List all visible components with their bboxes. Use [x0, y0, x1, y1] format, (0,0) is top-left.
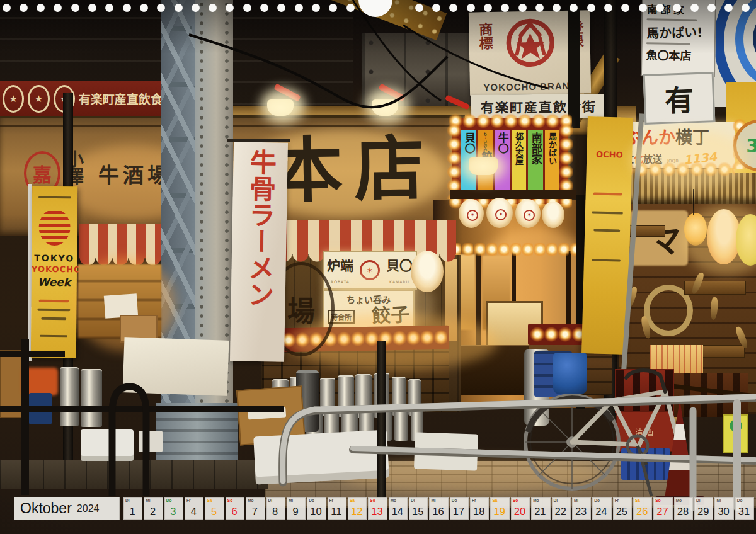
- year-number: 2024: [77, 503, 100, 514]
- calendar-day-31: Do31: [735, 497, 754, 520]
- binding-hole: [346, 4, 355, 12]
- calendar-day-11: Fr11: [328, 497, 346, 520]
- binding-hole: [20, 4, 28, 12]
- binding-hole: [639, 4, 647, 12]
- overhead-cables: [189, 0, 548, 107]
- binding-hole: [604, 4, 612, 12]
- calendar-day-25: Fr25: [613, 497, 632, 520]
- binding-hole: [192, 4, 200, 12]
- calendar-day-27: So27: [653, 497, 672, 520]
- calendar-page: 嘉 小澤 牛酒場 本店 ★ ★ ★ 有楽町産直飲食街 南部家 馬かばい! 魚〇本…: [0, 0, 756, 534]
- guardrail: [283, 397, 755, 508]
- calendar-day-14: Mo14: [389, 497, 408, 520]
- month-label: Oktober 2024: [14, 497, 120, 520]
- binding-hole: [209, 4, 217, 12]
- calendar-day-15: Di15: [409, 497, 428, 520]
- binding-hole: [175, 4, 183, 12]
- black-railing: [0, 343, 280, 492]
- binding-hole: [312, 4, 320, 12]
- calendar-day-7: Mo7: [246, 497, 265, 520]
- calendar-day-24: Do24: [592, 497, 611, 520]
- binding-hole: [37, 4, 45, 12]
- binding-hole: [432, 4, 440, 12]
- calendar-day-1: Di1: [123, 497, 142, 520]
- binding-hole: [140, 4, 148, 12]
- binding-hole: [295, 4, 303, 12]
- binding-hole: [518, 4, 527, 12]
- calendar-day-17: Do17: [450, 497, 469, 520]
- binding-hole: [71, 4, 79, 12]
- binding-hole: [415, 4, 423, 12]
- calendar-day-23: Mi23: [572, 497, 591, 520]
- calendar-day-16: Mi16: [429, 497, 448, 520]
- calendar-day-5: Sa5: [205, 497, 224, 520]
- calendar-day-2: Mi2: [144, 497, 163, 520]
- calendar-day-13: So13: [368, 497, 387, 520]
- binding-hole: [243, 4, 251, 12]
- calendar-day-26: Sa26: [633, 497, 652, 520]
- calendar-day-10: Do10: [307, 497, 326, 520]
- calendar-day-20: So20: [511, 497, 530, 520]
- binding-hole: [88, 4, 96, 12]
- binding-hole: [724, 4, 733, 12]
- binding-hole: [484, 4, 492, 12]
- binding-hole: [707, 4, 716, 12]
- calendar-day-30: Mi30: [714, 497, 733, 520]
- calendar-day-18: Fr18: [470, 497, 489, 520]
- calendar-days-row: Di1Mi2Do3Fr4Sa5So6Mo7Di8Mi9Do10Fr11Sa12S…: [123, 497, 754, 520]
- calendar-day-9: Mi9: [287, 497, 306, 520]
- calendar-strip: Oktober 2024 Di1Mi2Do3Fr4Sa5So6Mo7Di8Mi9…: [0, 496, 756, 521]
- calendar-day-29: Di29: [694, 497, 713, 520]
- month-name: Oktober: [20, 500, 72, 517]
- calendar-day-21: Mo21: [531, 497, 550, 520]
- binding-hole: [553, 4, 561, 12]
- calendar-day-8: Di8: [266, 497, 285, 520]
- calendar-day-4: Fr4: [185, 497, 203, 520]
- binding-hole: [690, 4, 699, 12]
- calendar-day-6: So6: [226, 497, 244, 520]
- binding-hole: [3, 4, 11, 12]
- calendar-day-28: Mo28: [674, 497, 693, 520]
- binding-hole: [536, 4, 544, 12]
- binding-hole: [123, 4, 131, 12]
- binding-hole: [656, 4, 664, 12]
- calendar-day-22: Di22: [552, 497, 571, 520]
- binding-hole: [587, 4, 595, 12]
- calendar-day-12: Sa12: [348, 497, 367, 520]
- binding-hole: [467, 4, 475, 12]
- binding-hole: [260, 4, 268, 12]
- rails-overlay: [0, 0, 756, 534]
- calendar-day-3: Do3: [164, 497, 183, 520]
- calendar-day-19: Sa19: [490, 497, 509, 520]
